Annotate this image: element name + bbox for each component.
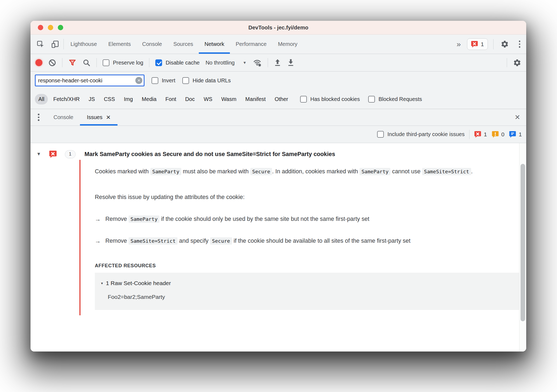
network-settings-button[interactable] [513, 59, 521, 67]
scrollbar-thumb[interactable] [521, 164, 525, 321]
inspect-element-button[interactable] [33, 35, 48, 54]
error-count: 1 [484, 131, 487, 138]
minimize-window-button[interactable] [48, 25, 53, 30]
issues-counter-button[interactable]: 1 [467, 38, 488, 50]
more-tabs-button[interactable]: » [455, 40, 462, 49]
settings-button[interactable] [499, 40, 511, 48]
main-tabbar: Lighthouse Elements Console Sources Netw… [31, 35, 526, 54]
close-issues-tab-button[interactable]: ✕ [106, 114, 111, 121]
error-count-group: 1 [474, 131, 487, 138]
drawer-tab-console[interactable]: Console [47, 109, 80, 126]
clear-network-log-button[interactable] [48, 59, 56, 67]
blocked-requests-checkbox[interactable] [368, 96, 375, 103]
zoom-window-button[interactable] [58, 25, 63, 30]
clear-icon [48, 59, 56, 67]
more-options-button[interactable] [516, 40, 523, 48]
type-filter-doc[interactable]: Doc [182, 94, 198, 104]
record-network-log-button[interactable] [35, 59, 42, 66]
preserve-log-control[interactable]: Preserve log [103, 59, 143, 66]
import-har-button[interactable] [274, 59, 281, 67]
blocked-requests-control[interactable]: Blocked Requests [368, 96, 422, 103]
issue-description: Cookies marked with SameParty must also … [95, 164, 512, 179]
resource-group-toggle[interactable]: ▾ 1 Raw Set-Cookie header [101, 280, 526, 286]
gear-icon [513, 59, 521, 67]
divider [507, 58, 507, 67]
type-filter-other[interactable]: Other [271, 94, 292, 104]
issues-panel-content: ▼ 1 Mark SameParty cookies as Secure and… [31, 143, 526, 352]
type-filter-font[interactable]: Font [162, 94, 180, 104]
export-har-button[interactable] [287, 59, 294, 67]
filter-input[interactable] [38, 77, 139, 84]
error-bubble-icon [471, 40, 478, 48]
resource-type-filters: All Fetch/XHR JS CSS Img Media Font Doc … [31, 89, 526, 109]
close-window-button[interactable] [38, 25, 43, 30]
affected-resources-box: ▾ 1 Raw Set-Cookie header Foo2=bar2;Same… [95, 273, 526, 310]
divider [149, 58, 149, 67]
tabbar-right-controls: » 1 [455, 35, 523, 54]
filter-toggle-button[interactable] [68, 59, 76, 67]
drawer-menu-button[interactable] [31, 109, 47, 126]
type-filter-ws[interactable]: WS [200, 94, 216, 104]
hide-data-urls-checkbox[interactable] [182, 77, 189, 84]
divider [469, 130, 469, 139]
tab-network[interactable]: Network [199, 35, 230, 54]
upload-icon [274, 59, 281, 67]
search-network-button[interactable] [82, 59, 90, 67]
clear-filter-button[interactable]: ✕ [135, 77, 142, 84]
issue-count-badge: 1 [65, 150, 76, 158]
kebab-icon [35, 114, 42, 121]
type-filter-js[interactable]: JS [85, 94, 98, 104]
tab-performance[interactable]: Performance [230, 35, 272, 54]
type-filter-wasm[interactable]: Wasm [218, 94, 240, 104]
include-third-party-label: Include third-party cookie issues [387, 131, 465, 137]
invert-checkbox[interactable] [152, 77, 158, 84]
info-count-group: 1 [509, 131, 522, 138]
type-filter-fetch-xhr[interactable]: Fetch/XHR [50, 94, 83, 104]
type-filter-manifest[interactable]: Manifest [242, 94, 269, 104]
filter-input-wrapper: ✕ [35, 75, 145, 86]
include-third-party-checkbox[interactable] [377, 131, 384, 138]
funnel-icon [68, 59, 76, 67]
network-filter-row: ✕ Invert Hide data URLs [31, 72, 526, 89]
type-filter-img[interactable]: Img [120, 94, 136, 104]
preserve-log-checkbox[interactable] [103, 59, 109, 66]
type-filter-css[interactable]: CSS [100, 94, 118, 104]
has-blocked-cookies-control[interactable]: Has blocked cookies [300, 96, 360, 103]
tab-elements[interactable]: Elements [103, 35, 136, 54]
tab-sources[interactable]: Sources [168, 35, 199, 54]
warning-count-group: 0 [492, 131, 505, 138]
issue-title: Mark SameParty cookies as Secure and do … [85, 151, 335, 158]
inspect-cursor-icon [36, 40, 45, 48]
disable-cache-label: Disable cache [166, 60, 200, 66]
issue-bullet: → Remove SameSite=Strict and specify Sec… [95, 234, 512, 248]
scrollbar-track[interactable] [519, 143, 526, 352]
blocked-requests-label: Blocked Requests [378, 96, 422, 102]
tab-lighthouse[interactable]: Lighthouse [65, 35, 103, 54]
issue-expander-icon[interactable]: ▼ [36, 151, 41, 157]
include-third-party-control[interactable]: Include third-party cookie issues [377, 131, 465, 138]
type-filter-all[interactable]: All [35, 94, 48, 104]
network-conditions-icon [253, 58, 262, 67]
drawer-tab-issues[interactable]: Issues ✕ [80, 109, 117, 126]
tab-console[interactable]: Console [136, 35, 167, 54]
warning-bubble-icon [492, 131, 499, 138]
disable-cache-checkbox[interactable] [155, 59, 162, 66]
divider [62, 58, 62, 67]
has-blocked-cookies-checkbox[interactable] [300, 96, 307, 103]
issue-header[interactable]: ▼ 1 Mark SameParty cookies as Secure and… [36, 148, 526, 160]
throttling-select[interactable]: No throttling ▼ [206, 60, 247, 66]
close-drawer-button[interactable]: ✕ [509, 113, 526, 121]
affected-resources-heading: AFFECTED RESOURCES [95, 263, 512, 269]
devtools-window: DevTools - jec.fyi/demo Lighthouse Eleme… [31, 21, 526, 352]
invert-control[interactable]: Invert [152, 77, 175, 84]
network-conditions-button[interactable] [253, 58, 262, 67]
hide-data-urls-control[interactable]: Hide data URLs [182, 77, 231, 84]
type-filter-media[interactable]: Media [138, 94, 160, 104]
device-toolbar-button[interactable] [48, 35, 62, 54]
disable-cache-control[interactable]: Disable cache [155, 59, 200, 66]
tab-memory[interactable]: Memory [272, 35, 303, 54]
gear-icon [501, 40, 509, 48]
network-toolbar: Preserve log Disable cache No throttling… [31, 54, 526, 72]
search-icon [82, 59, 90, 67]
window-title: DevTools - jec.fyi/demo [249, 25, 308, 31]
